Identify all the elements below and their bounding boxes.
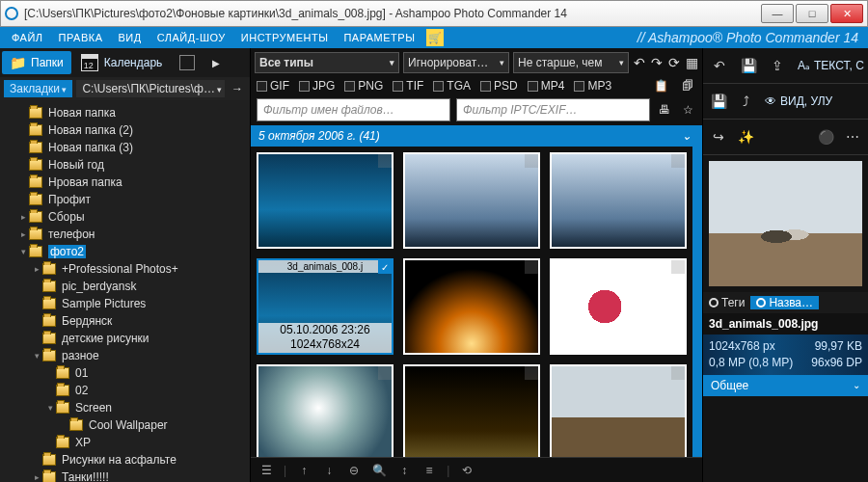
favorite-icon[interactable]: ☆ [679,103,696,117]
tree-node[interactable]: ▸Танки!!!!! [0,469,250,482]
redo-icon[interactable]: ↷ [650,52,664,73]
tree-node[interactable]: ▸+Professional Photos+ [0,260,250,278]
menu-edit[interactable]: ПРАВКА [51,32,111,43]
thumb-check-icon[interactable] [378,260,392,274]
thumbnail[interactable] [550,258,687,355]
thumb-check-icon[interactable] [671,154,685,168]
color-icon[interactable]: ⚫ [814,125,837,148]
age-combo[interactable]: Не старше, чем [513,52,629,73]
tree-node[interactable]: ▸телефон [0,226,250,243]
zoom-out-icon[interactable]: ⊖ [346,464,362,477]
thumbnail[interactable] [550,364,687,457]
date-group-header[interactable]: 5 октября 2006 г. (41) ⌄ [251,125,702,147]
view-list-icon[interactable]: ≡ [421,464,437,477]
rotate-icon[interactable]: ⟳ [667,52,681,73]
bookmarks-dropdown[interactable]: Закладки [4,80,72,97]
filetype-combo[interactable]: Все типы [255,52,399,73]
thumbnail[interactable] [550,152,687,249]
zoom-in-icon[interactable]: 🔍 [371,464,387,477]
tree-node[interactable]: Новая папка (2) [0,121,250,139]
thumb-check-icon[interactable] [378,366,392,380]
tree-node[interactable]: 02 [0,382,250,399]
tree-node[interactable]: ▾разное [0,347,250,364]
title-tab[interactable]: Назва… [750,296,819,309]
tree-node[interactable]: 01 [0,364,250,382]
menu-file[interactable]: ФАЙЛ [4,32,51,43]
sort-icon[interactable]: ↕ [396,464,412,477]
thumb-check-icon[interactable] [671,260,685,274]
thumb-check-icon[interactable] [525,154,538,168]
tab-calendar[interactable]: Календарь [73,50,171,75]
thumbnail-selected[interactable]: 3d_animals_008.j 05.10.2006 23:261024x76… [257,258,393,355]
path-field[interactable]: C:\Users\ПК\Pictures\ф… [76,80,225,97]
tree-node[interactable]: Новая папка [0,104,250,121]
format-checkbox-jpg[interactable]: JPG [299,79,335,93]
close-button[interactable] [830,4,863,23]
tree-node[interactable]: Новый год [0,156,250,174]
save2-icon[interactable]: 💾 [707,90,730,113]
save-icon[interactable]: 💾 [736,54,761,77]
refresh-icon[interactable]: ⟲ [459,464,475,477]
share2-icon[interactable]: ⤴ [734,90,757,113]
grid-icon[interactable]: ▦ [685,52,698,73]
filename-filter[interactable]: Фильтр имен файлов… [257,98,450,121]
clipboard-icon[interactable]: 📋 [652,79,669,93]
folder-tree[interactable]: Новая папкаНовая папка (2)Новая папка (3… [0,100,250,482]
tree-node[interactable]: ▾Screen [0,399,250,416]
tab-folders[interactable]: Папки [2,51,71,74]
nav-up-icon[interactable]: ↑ [296,464,312,477]
more-icon[interactable]: ⋯ [841,125,864,148]
tree-node[interactable]: Рисунки на асфальте [0,451,250,469]
format-checkbox-psd[interactable]: PSD [480,79,518,93]
tree-node[interactable]: ▾фото2 [0,243,250,260]
undo-icon[interactable]: ↶ [633,52,646,73]
undo2-icon[interactable]: ↶ [707,54,732,77]
general-section[interactable]: Общее ⌄ [703,375,868,396]
menu-tools[interactable]: ИНСТРУМЕНТЫ [233,32,337,43]
format-checkbox-png[interactable]: PNG [344,79,383,93]
redo2-icon[interactable]: ↪ [707,125,730,148]
tab-misc1[interactable] [172,51,203,74]
tags-tab[interactable]: Теги [703,296,750,309]
menu-view[interactable]: ВИД [111,32,149,43]
maximize-button[interactable]: □ [796,4,828,23]
thumb-check-icon[interactable] [525,366,538,380]
share-icon[interactable]: ⇪ [765,54,790,77]
tree-node[interactable]: Sample Pictures [0,295,250,312]
ignore-combo[interactable]: Игнорироват… [403,52,509,73]
thumb-check-icon[interactable] [378,154,392,168]
format-checkbox-gif[interactable]: GIF [257,79,289,93]
wand-icon[interactable]: ✨ [734,125,757,148]
format-checkbox-tga[interactable]: TGA [433,79,471,93]
tab-misc2[interactable] [204,52,228,73]
tree-node[interactable]: ▸Сборы [0,208,250,226]
thumbnail[interactable] [403,364,540,457]
layout-icon[interactable]: ☰ [258,464,274,477]
path-go-button[interactable]: → [229,82,246,95]
menu-options[interactable]: ПАРАМЕТРЫ [336,32,422,43]
format-checkbox-mp4[interactable]: MP4 [528,79,565,93]
iptc-filter[interactable]: Фильтр IPTC/EXIF… [456,98,650,121]
thumb-check-icon[interactable] [671,366,685,380]
tree-node[interactable]: Новая папка (3) [0,139,250,156]
tree-node[interactable]: XP [0,434,250,451]
preview-image[interactable] [709,161,862,286]
tree-node[interactable]: Cool Wallpaper [0,416,250,434]
copy-icon[interactable]: 🗐 [679,79,696,93]
thumbnail[interactable] [257,364,393,457]
format-checkbox-mp3[interactable]: MP3 [574,79,611,93]
tree-node[interactable]: Нровая папка [0,174,250,191]
thumbnail[interactable] [403,258,540,355]
format-checkbox-tif[interactable]: TIF [393,79,423,93]
thumb-check-icon[interactable] [525,260,538,274]
tree-node[interactable]: pic_berdyansk [0,278,250,295]
tree-node[interactable]: детские рисунки [0,330,250,347]
thumbnail[interactable] [403,152,540,249]
tree-node[interactable]: Бердянск [0,312,250,330]
print-icon[interactable]: 🖶 [656,103,673,117]
minimize-button[interactable]: — [761,4,794,23]
thumbnail[interactable] [257,152,393,249]
nav-down-icon[interactable]: ↓ [321,464,337,477]
tree-node[interactable]: Профит [0,191,250,208]
cart-icon[interactable]: 🛒 [426,29,444,46]
